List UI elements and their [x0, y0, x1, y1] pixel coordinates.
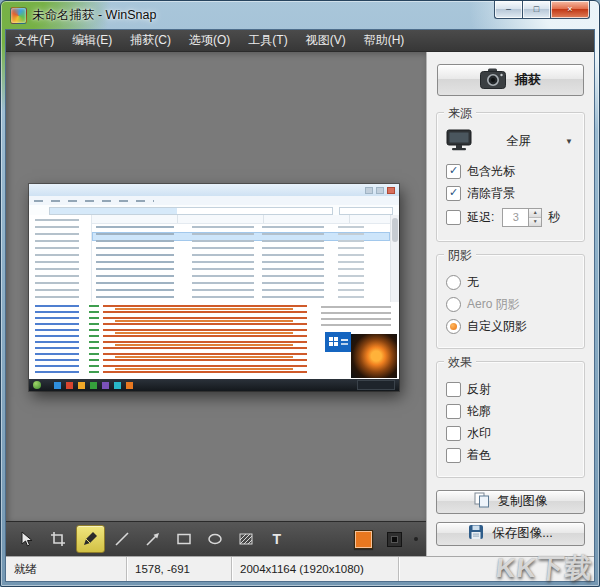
shadow-group-title: 阴影 — [444, 247, 476, 264]
editor-canvas[interactable] — [6, 52, 426, 521]
source-group: 来源 全屏 ▼ ✓ 包含光标 ✓ — [436, 112, 585, 242]
menu-options[interactable]: 选项(O) — [180, 29, 239, 52]
reflection-label: 反射 — [467, 382, 491, 396]
menu-edit[interactable]: 编辑(E) — [63, 29, 121, 52]
menu-help[interactable]: 帮助(H) — [355, 29, 414, 52]
preview-webpage-list — [103, 305, 315, 376]
shadow-none-radio[interactable]: 无 — [446, 275, 575, 290]
preview-explorer-window — [29, 184, 399, 303]
save-image-button[interactable]: 保存图像... — [436, 522, 585, 546]
watermark-checkbox[interactable]: 水印 — [446, 426, 575, 441]
maximize-button[interactable]: □ — [522, 1, 550, 19]
copy-image-button[interactable]: 复制图像 — [436, 490, 585, 514]
shadow-aero-radio[interactable]: Aero 阴影 — [446, 297, 575, 312]
text-tool[interactable]: T — [263, 526, 290, 552]
shadow-aero-label: Aero 阴影 — [467, 297, 520, 311]
window-controls: – □ × — [494, 1, 590, 19]
save-image-label: 保存图像... — [492, 525, 552, 542]
preview-explorer-body — [29, 215, 399, 302]
minimize-button[interactable]: – — [494, 1, 522, 19]
delay-value: 3 — [503, 209, 528, 226]
cursor-icon — [19, 531, 35, 547]
menu-capture[interactable]: 捕获(C) — [121, 29, 180, 52]
checkbox-box — [446, 426, 461, 441]
radio-circle — [446, 297, 461, 312]
outline-label: 轮廓 — [467, 404, 491, 418]
cursor-position: 1578, -691 — [127, 557, 232, 581]
image-size: 2004x1164 (1920x1080) — [232, 557, 399, 581]
spinner-buttons[interactable]: ▲ ▼ — [528, 209, 541, 226]
arrow-icon — [145, 531, 161, 547]
preview-webpage-links — [31, 305, 85, 376]
client-area: 文件(F) 编辑(E) 捕获(C) 选项(O) 工具(T) 视图(V) 帮助(H… — [5, 29, 595, 582]
include-cursor-checkbox[interactable]: ✓ 包含光标 — [446, 164, 575, 179]
include-cursor-label: 包含光标 — [467, 164, 515, 178]
checkbox-box — [446, 404, 461, 419]
capture-button[interactable]: 捕获 — [437, 64, 584, 96]
colorize-label: 着色 — [467, 448, 491, 462]
winsnap-window: 未命名捕获 - WinSnap – □ × 文件(F) 编辑(E) 捕获(C) … — [0, 0, 600, 587]
size-dot-icon — [414, 537, 418, 541]
delay-label: 延迟: — [467, 210, 494, 224]
line-tool[interactable] — [109, 526, 136, 552]
maximize-icon: □ — [534, 5, 539, 14]
menu-file[interactable]: 文件(F) — [6, 29, 63, 52]
shadow-none-label: 无 — [467, 275, 479, 289]
radio-circle — [446, 275, 461, 290]
delay-unit: 秒 — [548, 210, 560, 224]
source-selector[interactable]: 全屏 ▼ — [446, 128, 575, 156]
line-width-selector[interactable] — [387, 532, 402, 547]
dropdown-arrow-icon: ▼ — [565, 137, 575, 146]
outline-checkbox[interactable]: 轮廓 — [446, 404, 575, 419]
line-width-icon — [392, 537, 397, 542]
reflection-checkbox[interactable]: 反射 — [446, 382, 575, 397]
close-button[interactable]: × — [550, 1, 590, 19]
spin-up-icon[interactable]: ▲ — [529, 209, 541, 218]
clear-background-checkbox[interactable]: ✓ 清除背景 — [446, 186, 575, 201]
check-icon: ✓ — [449, 187, 458, 198]
preview-system-tray — [357, 380, 395, 390]
source-selected-value: 全屏 — [472, 133, 565, 150]
crop-tool[interactable] — [45, 526, 72, 552]
shadow-custom-radio[interactable]: 自定义阴影 — [446, 319, 575, 334]
preview-webpage-area — [29, 302, 399, 379]
select-tool[interactable] — [14, 526, 41, 552]
checkbox-box — [446, 382, 461, 397]
checkbox-box — [446, 210, 461, 225]
ellipse-icon — [207, 531, 223, 547]
rectangle-tool[interactable] — [171, 526, 198, 552]
monitor-icon — [446, 129, 472, 154]
ellipse-tool[interactable] — [202, 526, 229, 552]
preview-search-field — [339, 207, 393, 215]
arrow-tool[interactable] — [140, 526, 167, 552]
camera-icon — [480, 68, 506, 92]
spin-down-icon[interactable]: ▼ — [529, 218, 541, 226]
capture-panel: 捕获 来源 全屏 ▼ ✓ 包含光标 — [426, 52, 594, 556]
status-text: 就绪 — [6, 557, 127, 581]
menu-tools[interactable]: 工具(T) — [239, 29, 296, 52]
save-icon — [468, 524, 484, 543]
clear-background-label: 清除背景 — [467, 186, 515, 200]
effects-group: 效果 反射 轮廓 水印 — [436, 361, 585, 478]
checkbox-box: ✓ — [446, 186, 461, 201]
copy-image-label: 复制图像 — [498, 493, 548, 510]
menu-view[interactable]: 视图(V) — [297, 29, 355, 52]
hatch-icon — [238, 531, 254, 547]
color-swatch[interactable] — [354, 530, 373, 549]
titlebar[interactable]: 未命名捕获 - WinSnap – □ × — [1, 1, 599, 29]
preview-folder-tree — [29, 215, 92, 302]
preview-window-buttons — [365, 187, 395, 194]
captured-image-preview[interactable] — [29, 184, 399, 391]
window-frame: 未命名捕获 - WinSnap – □ × 文件(F) 编辑(E) 捕获(C) … — [0, 0, 600, 587]
highlight-tool[interactable] — [232, 526, 259, 552]
delay-checkbox[interactable]: 延迟: 3 ▲ ▼ 秒 — [446, 208, 575, 227]
text-tool-icon: T — [273, 532, 282, 546]
app-icon — [10, 7, 27, 24]
colorize-checkbox[interactable]: 着色 — [446, 448, 575, 463]
delay-spinner[interactable]: 3 ▲ ▼ — [502, 208, 542, 227]
watermark-label: 水印 — [467, 426, 491, 440]
pen-tool[interactable] — [76, 525, 105, 553]
shadow-group: 阴影 无 Aero 阴影 自定义阴影 — [436, 254, 585, 349]
preview-scrollbar — [390, 215, 399, 302]
pen-icon — [82, 531, 98, 547]
